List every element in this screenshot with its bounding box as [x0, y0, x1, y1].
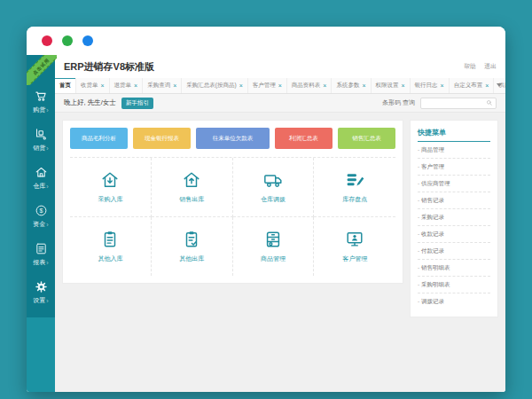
- tab-bar: 首页 收货单× 退货单× 采购查询× 采购汇总表(按商品)× 客户管理× 商品资…: [55, 78, 505, 94]
- search-icon: [486, 99, 493, 106]
- quick-menu-item-transfer-records[interactable]: 调拨记录: [418, 293, 490, 309]
- tab-close-icon[interactable]: ×: [239, 82, 243, 89]
- quick-menu-item-customers[interactable]: 客户管理: [418, 159, 490, 176]
- truck-icon: [263, 170, 283, 190]
- tab-receipt-order[interactable]: 收货单×: [76, 78, 110, 93]
- tab-customer-mgmt[interactable]: 客户管理×: [248, 78, 287, 93]
- tab-close-icon[interactable]: ×: [101, 82, 105, 89]
- tab-close-icon[interactable]: ×: [134, 82, 137, 89]
- sidebar: 点击试用 购货› 销货› 仓库› $ 资金›: [27, 55, 55, 392]
- gear-icon: [35, 280, 48, 293]
- tab-purchase-summary[interactable]: 采购汇总表(按商品)×: [182, 78, 247, 93]
- trolley-icon: [35, 128, 48, 141]
- sidebar-item-label: 设置: [33, 296, 45, 305]
- trial-ribbon-container: 点击试用: [27, 55, 57, 85]
- quick-menu-item-purchase-records[interactable]: 采购记录: [418, 209, 490, 226]
- tab-purchase-query[interactable]: 采购查询×: [143, 78, 182, 93]
- sidebar-item-warehouse[interactable]: 仓库›: [27, 160, 55, 198]
- window-minimize-button[interactable]: [62, 35, 73, 46]
- guide-button[interactable]: 新手指引: [121, 98, 153, 109]
- tab-permissions[interactable]: 权限设置×: [372, 78, 411, 93]
- content-column: ERP进销存V8标准版 帮助 退出 首页 收货单× 退货单× 采购查询× 采购汇…: [55, 55, 505, 392]
- module-card-label: 商品管理: [261, 254, 286, 263]
- module-card-other-out[interactable]: 其他出库: [152, 217, 233, 276]
- module-card-sales-out[interactable]: 销售出库: [152, 158, 233, 217]
- module-card-label: 其他入库: [98, 254, 122, 263]
- quick-report-buttons: 商品毛利分析 现金银行报表 往来单位欠款表 利润汇总表 销售汇总表: [70, 128, 395, 149]
- report-button-profit-summary[interactable]: 利润汇总表: [275, 128, 332, 149]
- greeting-bar: 晚上好, 先生/女士 新手指引 条形码 查询: [55, 94, 505, 113]
- tab-product-data[interactable]: 商品资料表×: [287, 78, 332, 93]
- tabs-overflow-caret-icon[interactable]: [497, 83, 502, 87]
- quick-menu-item-receipts[interactable]: 收款记录: [418, 226, 490, 243]
- sidebar-item-funds[interactable]: $ 资金›: [27, 198, 55, 236]
- tab-close-icon[interactable]: ×: [441, 82, 444, 89]
- search-input[interactable]: [424, 98, 486, 107]
- sidebar-item-label: 购货: [33, 106, 45, 114]
- module-grid: 采购入库 销售出库 仓库调拨 库存盘点: [70, 157, 395, 276]
- chevron-right-icon: ›: [46, 260, 48, 266]
- app-header: ERP进销存V8标准版 帮助 退出: [55, 55, 505, 78]
- sidebar-item-sales[interactable]: 销货›: [27, 121, 55, 160]
- inventory-pencil-icon: [345, 170, 364, 190]
- quick-menu-item-products[interactable]: 商品管理: [418, 142, 490, 159]
- tab-bank-log[interactable]: 银行日志×: [411, 78, 450, 93]
- report-button-cash-bank[interactable]: 现金银行报表: [133, 128, 191, 149]
- tab-close-icon[interactable]: ×: [173, 82, 176, 89]
- quick-menu-item-sales-detail[interactable]: 销售明细表: [418, 260, 490, 277]
- sidebar-item-settings[interactable]: 设置›: [27, 274, 55, 312]
- clipboard-check-icon: [182, 230, 201, 249]
- sidebar-item-label: 资金: [33, 220, 45, 229]
- module-card-stocktake[interactable]: 库存盘点: [314, 158, 395, 217]
- quick-menu-item-suppliers[interactable]: 供应商管理: [418, 176, 490, 192]
- quick-menu-panel: 快捷菜单 商品管理 客户管理 供应商管理 销售记录 采购记录 收款记录 付款记录…: [410, 120, 498, 317]
- chevron-right-icon: ›: [46, 107, 48, 113]
- module-card-label: 仓库调拨: [261, 195, 286, 204]
- tab-close-icon[interactable]: ×: [402, 82, 405, 89]
- tab-system-params[interactable]: 系统参数×: [332, 78, 371, 93]
- chevron-right-icon: ›: [46, 222, 48, 228]
- report-icon: [35, 242, 48, 255]
- module-card-label: 其他出库: [179, 254, 204, 263]
- report-button-arrears[interactable]: 往来单位欠款表: [196, 128, 270, 149]
- monitor-user-icon: [345, 230, 364, 249]
- svg-text:$: $: [39, 207, 43, 214]
- tab-close-icon[interactable]: ×: [278, 82, 282, 89]
- trial-ribbon[interactable]: 点击试用: [27, 55, 57, 85]
- tab-home[interactable]: 首页: [55, 78, 76, 93]
- page-title: ERP进销存V8标准版: [64, 60, 456, 74]
- logout-link[interactable]: 退出: [484, 62, 497, 71]
- tab-return-order[interactable]: 退货单×: [110, 78, 144, 93]
- report-button-sales-summary[interactable]: 销售汇总表: [338, 128, 395, 149]
- clipboard-icon: [100, 230, 120, 249]
- module-card-transfer[interactable]: 仓库调拨: [233, 158, 315, 217]
- sidebar-item-label: 销货: [33, 144, 45, 153]
- cart-icon: [35, 90, 48, 103]
- module-card-label: 销售出库: [179, 195, 204, 204]
- help-link[interactable]: 帮助: [464, 62, 476, 71]
- sidebar-item-purchase[interactable]: 购货›: [27, 83, 55, 121]
- tab-close-icon[interactable]: ×: [323, 82, 326, 89]
- window-maximize-button[interactable]: [82, 35, 93, 46]
- dollar-icon: $: [35, 204, 48, 217]
- module-card-customer-mgmt[interactable]: 客户管理: [314, 217, 395, 276]
- quick-menu-item-payments[interactable]: 付款记录: [418, 243, 490, 260]
- module-card-product-mgmt[interactable]: 商品管理: [233, 217, 315, 276]
- sidebar-item-reports[interactable]: 报表›: [27, 236, 55, 274]
- module-card-other-in[interactable]: 其他入库: [70, 217, 152, 276]
- module-card-label: 库存盘点: [342, 195, 367, 204]
- app-body: 点击试用 购货› 销货› 仓库› $ 资金›: [27, 55, 505, 392]
- house-arrow-in-icon: [100, 170, 120, 190]
- quick-menu-item-sales-records[interactable]: 销售记录: [418, 192, 490, 209]
- chevron-right-icon: ›: [46, 298, 48, 304]
- quick-menu-item-purchase-detail[interactable]: 采购明细表: [418, 277, 490, 293]
- report-button-gross-profit[interactable]: 商品毛利分析: [70, 128, 128, 149]
- search-box: [420, 98, 497, 109]
- module-card-purchase-in[interactable]: 采购入库: [70, 158, 152, 217]
- window-close-button[interactable]: [42, 35, 52, 46]
- search-label: 条形码 查询: [382, 98, 415, 107]
- house-arrow-out-icon: [182, 170, 201, 190]
- tab-custom-layout[interactable]: 自定义布置×: [450, 78, 495, 93]
- tab-close-icon[interactable]: ×: [485, 82, 489, 89]
- tab-close-icon[interactable]: ×: [362, 82, 365, 89]
